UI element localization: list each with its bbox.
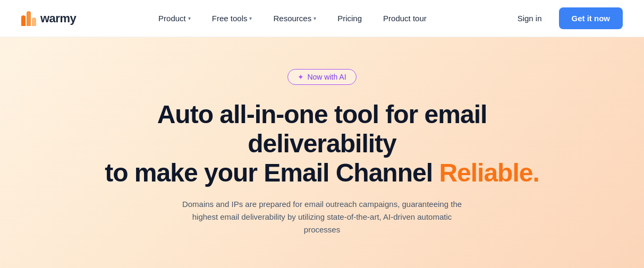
nav-item-product[interactable]: Product ▾ [150, 10, 199, 27]
headline-part1: Auto all-in-one tool for email deliverab… [157, 100, 487, 158]
ai-badge[interactable]: ✦ Now with AI [287, 69, 356, 85]
nav-right: Sign in Get it now [509, 7, 623, 29]
headline-highlight: Reliable. [439, 159, 539, 187]
flame-1 [21, 15, 26, 26]
logo-text: warmy [40, 12, 76, 25]
nav-label-product-tour: Product tour [383, 14, 427, 23]
hero-headline: Auto all-in-one tool for email deliverab… [104, 100, 540, 188]
chevron-down-icon: ▾ [188, 15, 191, 21]
nav-links: Product ▾ Free tools ▾ Resources ▾ Prici… [76, 10, 509, 27]
sparkle-icon: ✦ [298, 73, 304, 81]
nav-item-product-tour[interactable]: Product tour [375, 10, 435, 27]
nav-item-pricing[interactable]: Pricing [329, 10, 370, 27]
flame-2 [27, 11, 31, 26]
flame-3 [32, 18, 36, 26]
headline-part2: to make your Email Channel [105, 159, 439, 187]
chevron-down-icon: ▾ [249, 15, 252, 21]
sign-in-link[interactable]: Sign in [509, 10, 550, 27]
chevron-down-icon: ▾ [313, 15, 316, 21]
nav-item-free-tools[interactable]: Free tools ▾ [204, 10, 261, 27]
nav-label-resources: Resources [273, 14, 311, 23]
ai-badge-label: Now with AI [307, 73, 346, 81]
nav-label-pricing: Pricing [337, 14, 362, 23]
logo[interactable]: warmy [21, 11, 76, 26]
navbar: warmy Product ▾ Free tools ▾ Resources ▾… [0, 0, 644, 37]
nav-label-product: Product [158, 14, 186, 23]
nav-item-resources[interactable]: Resources ▾ [265, 10, 325, 27]
logo-icon [21, 11, 36, 26]
get-it-now-button[interactable]: Get it now [559, 7, 623, 29]
hero-section: ✦ Now with AI Auto all-in-one tool for e… [0, 37, 644, 268]
hero-subtext: Domains and IPs are prepared for email o… [173, 198, 471, 236]
nav-label-free-tools: Free tools [212, 14, 248, 23]
